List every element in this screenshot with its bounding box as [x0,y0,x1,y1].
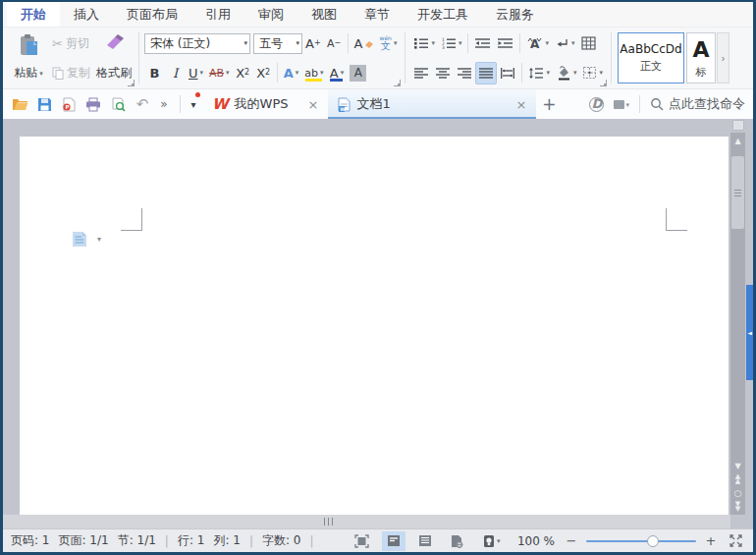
export-pdf-button[interactable]: P [60,95,78,113]
zoom-out-button[interactable]: − [565,533,578,548]
font-family-select[interactable]: 宋体 (正文) ▾ [144,33,250,54]
style-normal[interactable]: AaBbCcDd 正文 [618,32,684,83]
style-normal-preview: AaBbCcDd [620,42,681,56]
previous-page-button[interactable]: ▲▲ [735,474,740,484]
align-center-button[interactable] [432,62,454,84]
tips-button[interactable]: ▾ [476,531,508,551]
strikethrough-button[interactable]: AB▾ [206,62,233,84]
tab-my-wps[interactable]: W 我的WPS × [202,89,328,119]
style-heading[interactable]: A 标 [686,32,716,83]
phonetic-guide-button[interactable]: wén 文 ▾ [377,32,401,55]
find-command-box[interactable]: 点此查找命令 [639,95,745,113]
tab-review[interactable]: 审阅 [244,2,297,27]
shading-button[interactable]: ▾ [553,62,580,84]
next-page-button[interactable]: ▼▼ [735,502,740,512]
customize-toolbar-button[interactable]: ▾ [185,89,202,119]
print-preview-button[interactable] [109,95,127,113]
shrink-font-button[interactable]: A− [324,32,345,55]
tab-section[interactable]: 章节 [351,2,404,27]
status-word-count[interactable]: 字数: 0 [262,532,301,549]
paragraph-dialog-launcher[interactable] [600,80,607,86]
task-pane-toggle[interactable]: ◄ [746,285,753,380]
tab-view[interactable]: 视图 [297,2,351,27]
distribute-button[interactable] [497,62,518,84]
text-tools-button[interactable]: A ▾ [523,32,552,55]
paste-button[interactable]: 粘贴▾ [9,30,48,85]
bullets-button[interactable]: ▾ [410,32,438,55]
divider [277,63,278,83]
status-section[interactable]: 节: 1/1 [118,532,156,549]
increase-indent-button[interactable] [494,32,516,55]
grow-font-button[interactable]: A+ [302,32,324,55]
scroll-down-button[interactable]: ▼ [734,463,740,470]
copy-button[interactable]: 复制 [50,63,92,83]
font-color-button[interactable]: A▾ [326,62,347,84]
clipboard-group: 粘贴▾ ✂ 剪切 复制 [7,29,135,86]
status-page-number[interactable]: 页码: 1 [11,532,50,549]
wrap-button[interactable]: ▾ [552,32,578,55]
vertical-scrollbar[interactable]: ▲ ▼ ▲▲ ○ ▼▼ [730,133,745,515]
tab-cloud[interactable]: 云服务 [482,2,548,27]
tab-home[interactable]: 开始 [7,2,60,27]
zoom-percent[interactable]: 100 % [517,534,555,548]
web-layout-view-button[interactable] [445,531,468,551]
subscript-button[interactable]: X2 [253,62,274,84]
table-button[interactable] [578,32,599,55]
status-column[interactable]: 列: 1 [213,532,241,549]
numbering-button[interactable]: 1 2 3 ▾ [438,32,465,55]
quick-access-overflow-button[interactable]: » [158,95,170,113]
chevron-down-icon: ▾ [200,69,204,77]
justify-button[interactable] [475,62,497,84]
outline-view-button[interactable] [413,531,437,551]
print-button[interactable] [84,95,102,113]
zoom-in-button[interactable]: + [704,533,718,548]
tab-references[interactable]: 引用 [191,2,244,27]
clear-format-button[interactable]: A [351,32,377,55]
font-size-select[interactable]: 五号 ▾ [253,33,302,54]
page-assistant-button[interactable]: ▾ [71,231,101,248]
format-painter-button[interactable]: 格式刷 [94,30,134,85]
status-pages[interactable]: 页面: 1/1 [59,532,109,549]
decrease-indent-button[interactable] [471,32,494,55]
document-page[interactable]: ▾ [20,137,729,515]
status-line[interactable]: 行: 1 [178,532,205,549]
zoom-slider[interactable] [586,534,696,548]
print-layout-view-button[interactable] [382,531,405,551]
char-shading-button[interactable]: A [347,62,369,84]
align-left-button[interactable] [410,62,432,84]
vertical-scrollbar-thumb[interactable] [731,156,744,229]
close-tab-icon[interactable]: × [308,97,319,112]
svg-text:3: 3 [442,45,445,50]
font-dialog-launcher[interactable] [394,80,401,86]
clipboard-dialog-launcher[interactable] [128,80,135,86]
underline-button[interactable]: U▾ [186,62,206,84]
tab-page-layout[interactable]: 页面布局 [113,2,191,27]
fit-page-button[interactable] [726,531,745,551]
tab-list-button[interactable]: ▾ [614,100,629,109]
tab-document1[interactable]: W 文档1 × [328,89,536,119]
scroll-up-button[interactable]: ▲ [730,137,745,145]
close-tab-icon[interactable]: × [516,97,527,112]
italic-button[interactable]: I [165,62,186,84]
line-spacing-button[interactable]: ▾ [525,62,553,84]
open-button[interactable] [11,95,28,113]
tab-developer[interactable]: 开发工具 [404,2,482,27]
focus-mode-button[interactable] [351,531,374,551]
bold-button[interactable]: B [144,62,165,84]
styles-more-button[interactable]: › [717,32,729,83]
tab-insert[interactable]: 插入 [60,2,113,27]
cut-button[interactable]: ✂ 剪切 [50,33,92,53]
undo-button[interactable]: ↶ [134,95,151,113]
docer-icon[interactable]: D [589,97,604,112]
superscript-button[interactable]: X2 [233,62,253,84]
zoom-slider-thumb[interactable] [647,535,659,547]
chevron-down-icon: ▾ [296,69,299,77]
text-effects-button[interactable]: A▾ [281,62,302,84]
horizontal-scrollbar[interactable] [3,515,730,528]
select-browse-object-button[interactable]: ○ [734,489,742,497]
new-tab-button[interactable]: + [536,89,562,119]
align-right-button[interactable] [454,62,475,84]
ruler-toggle-button[interactable] [732,120,744,131]
highlight-button[interactable]: ab▾ [301,62,326,84]
save-button[interactable] [35,95,53,113]
